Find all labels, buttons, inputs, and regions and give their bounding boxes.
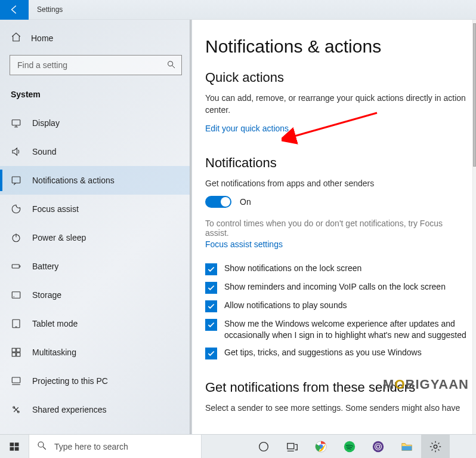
scrollbar-thumb[interactable]: [473, 23, 476, 167]
svg-rect-11: [17, 353, 20, 356]
notifications-icon: [11, 175, 21, 186]
display-icon: [11, 118, 21, 128]
gear-icon: [429, 440, 442, 453]
focus-assist-hint: To control times when you do or don't ge…: [205, 219, 468, 238]
folder-icon: [400, 440, 413, 453]
nav-home[interactable]: Home: [0, 20, 191, 51]
nav-item-power-sleep[interactable]: Power & sleep: [0, 223, 191, 252]
storage-icon: [11, 290, 21, 300]
chrome-icon: [314, 440, 327, 453]
tablet-icon: [11, 318, 21, 329]
svg-point-0: [168, 62, 173, 66]
svg-rect-10: [12, 353, 16, 356]
toggle-state-text: On: [240, 197, 251, 207]
taskbar: Type here to search: [0, 434, 476, 458]
svg-rect-18: [10, 447, 14, 450]
content-pane: Notifications & actions Quick actions Yo…: [192, 20, 476, 434]
search-icon: [166, 60, 176, 72]
title-bar: Settings: [0, 0, 476, 20]
svg-rect-4: [12, 265, 19, 268]
svg-rect-12: [12, 377, 20, 383]
sidebar-nav: Display Sound Notifications & actions Fo…: [0, 109, 191, 434]
svg-rect-8: [12, 348, 16, 352]
projecting-icon: [11, 376, 21, 386]
taskbar-tor[interactable]: [364, 435, 392, 459]
check-lockscreen-reminders[interactable]: Show reminders and incoming VoIP calls o…: [205, 281, 468, 294]
nav-item-label: Shared experiences: [32, 405, 107, 414]
checkbox-checked-icon: [205, 263, 217, 275]
taskbar-file-explorer[interactable]: [392, 435, 421, 459]
edit-quick-actions-link[interactable]: Edit your quick actions: [205, 124, 289, 133]
nav-item-label: Notifications & actions: [32, 176, 115, 185]
notifications-master-toggle[interactable]: [205, 196, 231, 208]
svg-point-26: [373, 441, 384, 451]
svg-rect-9: [17, 348, 20, 352]
taskbar-chrome[interactable]: [307, 435, 335, 459]
svg-point-21: [259, 442, 268, 451]
nav-item-label: Storage: [32, 290, 61, 300]
taskbar-search[interactable]: Type here to search: [29, 435, 202, 459]
check-label: Show reminders and incoming VoIP calls o…: [224, 281, 446, 293]
check-lockscreen-notifications[interactable]: Show notifications on the lock screen: [205, 263, 468, 275]
windows-logo-icon: [9, 441, 20, 452]
check-label: Allow notifications to play sounds: [224, 300, 347, 311]
taskbar-spotify[interactable]: [335, 435, 364, 459]
back-button[interactable]: [0, 0, 29, 20]
nav-item-label: Focus assist: [32, 204, 79, 214]
checkbox-checked-icon: [205, 348, 217, 359]
svg-rect-2: [12, 177, 20, 183]
nav-item-storage[interactable]: Storage: [0, 281, 191, 309]
checkbox-checked-icon: [205, 300, 217, 312]
check-label: Get tips, tricks, and suggestions as you…: [224, 347, 422, 358]
taskbar-settings[interactable]: [421, 435, 450, 459]
nav-item-multitasking[interactable]: Multitasking: [0, 338, 191, 367]
quick-actions-desc: You can add, remove, or rearrange your q…: [205, 93, 468, 116]
quick-actions-heading: Quick actions: [205, 70, 470, 85]
focus-assist-icon: [11, 204, 21, 214]
taskbar-cortana[interactable]: [249, 435, 278, 459]
sidebar-section-head: System: [0, 84, 191, 109]
svg-rect-16: [10, 442, 14, 446]
nav-item-label: Display: [32, 118, 60, 128]
content-scrollbar[interactable]: [472, 20, 476, 434]
multitasking-icon: [11, 347, 21, 358]
nav-item-shared-experiences[interactable]: Shared experiences: [0, 395, 191, 424]
sound-icon: [11, 146, 21, 157]
watermark-text: MOBIGYAAN: [383, 377, 469, 392]
sidebar-scrollbar[interactable]: [190, 20, 191, 434]
nav-item-display[interactable]: Display: [0, 109, 191, 137]
focus-assist-settings-link[interactable]: Focus assist settings: [205, 239, 283, 249]
svg-rect-5: [12, 292, 20, 299]
sidebar-search[interactable]: [10, 55, 182, 75]
home-icon: [11, 32, 21, 44]
nav-home-label: Home: [31, 33, 53, 43]
taskbar-search-text: Type here to search: [54, 442, 128, 451]
taskbar-taskview[interactable]: [278, 435, 307, 459]
cortana-icon: [257, 440, 270, 453]
start-button[interactable]: [0, 435, 29, 459]
check-tips-tricks[interactable]: Get tips, tricks, and suggestions as you…: [205, 347, 468, 359]
nav-item-label: Battery: [32, 262, 58, 271]
check-play-sounds[interactable]: Allow notifications to play sounds: [205, 300, 468, 312]
power-icon: [11, 232, 21, 243]
arrow-left-icon: [9, 4, 20, 15]
sidebar: Home System Display Sound: [0, 20, 192, 434]
search-input[interactable]: [10, 55, 182, 75]
checkbox-checked-icon: [205, 282, 217, 294]
notifications-master-toggle-row: On: [205, 196, 470, 208]
svg-rect-29: [402, 446, 412, 450]
svg-line-15: [292, 113, 377, 137]
nav-item-projecting[interactable]: Projecting to this PC: [0, 367, 191, 395]
nav-item-focus-assist[interactable]: Focus assist: [0, 195, 191, 223]
svg-rect-17: [15, 442, 19, 446]
nav-item-battery[interactable]: Battery: [0, 252, 191, 281]
nav-item-tablet-mode[interactable]: Tablet mode: [0, 309, 191, 338]
battery-icon: [11, 261, 21, 272]
search-icon: [36, 440, 47, 453]
notification-checkboxes: Show notifications on the lock screen Sh…: [205, 263, 468, 359]
nav-item-sound[interactable]: Sound: [0, 137, 191, 166]
check-welcome-experience[interactable]: Show me the Windows welcome experience a…: [205, 318, 468, 341]
checkbox-checked-icon: [205, 319, 217, 331]
tor-icon: [372, 440, 385, 453]
nav-item-notifications[interactable]: Notifications & actions: [0, 166, 191, 195]
